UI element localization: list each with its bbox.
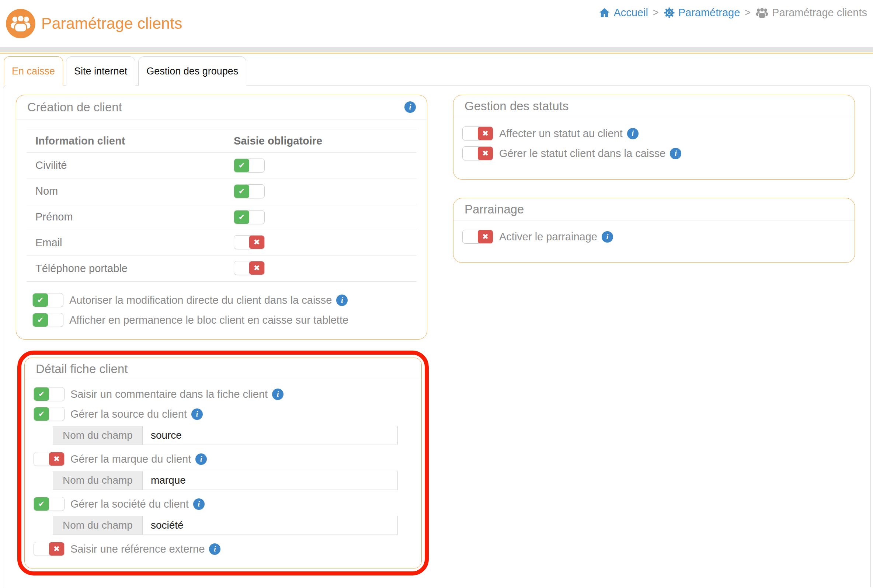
toggle-empty-half (48, 294, 63, 307)
tab-en-caisse[interactable]: En caisse (4, 56, 63, 86)
toggle-autoriser-la-modification-directe-du-client-dans-la-caisse[interactable]: ✔ (33, 293, 63, 307)
toggle-label: Gérer la marque du client (70, 453, 191, 465)
toggle-label: Saisir un commentaire dans la fiche clie… (70, 388, 268, 400)
row-label: Nom (27, 185, 228, 197)
breadcrumb-item-accueil[interactable]: Accueil (599, 7, 648, 19)
toggle-saisir-un-commentaire-dans-la-fiche-client[interactable]: ✔ (33, 387, 64, 401)
row-toggle-cell: ✔ (228, 159, 417, 172)
tab-content-wrapper: Création de client i Information client … (3, 85, 871, 587)
toggle-telephone-portable[interactable]: ✖ (234, 261, 265, 275)
toggle-row-saisir-un-commentaire-dans-la-fiche-client: ✔Saisir un commentaire dans la fiche cli… (33, 386, 412, 402)
toggle-row-saisir-une-reference-externe: ✖Saisir une référence externei (33, 541, 412, 557)
toggle-empty-half (49, 497, 64, 511)
field-name-group-source: Nom du champsource (53, 426, 398, 445)
info-icon[interactable]: i (272, 388, 284, 400)
x-icon: ✖ (249, 236, 264, 249)
toggle-prenom[interactable]: ✔ (234, 210, 265, 224)
panel-creation-title: Création de client (27, 100, 122, 114)
tab-site-internet[interactable]: Site internet (66, 56, 135, 86)
breadcrumb-label: Paramétrage clients (772, 7, 867, 19)
red-highlight-annotation: Détail fiche client ✔Saisir un commentai… (17, 351, 429, 576)
info-icon[interactable]: i (404, 101, 416, 113)
toggle-empty-half (234, 236, 249, 249)
gear-icon (664, 7, 675, 18)
info-icon[interactable]: i (193, 498, 205, 510)
toggle-row-gerer-la-source-du-client: ✔Gérer la source du clienti (33, 406, 412, 422)
info-icon[interactable]: i (209, 543, 220, 555)
toggle-gerer-la-source-du-client[interactable]: ✔ (33, 407, 64, 421)
toggle-civilite[interactable]: ✔ (234, 159, 265, 172)
toggle-email[interactable]: ✖ (234, 235, 265, 249)
check-icon: ✔ (34, 497, 49, 511)
home-icon (599, 7, 610, 18)
field-name-group-marque: Nom du champmarque (53, 471, 398, 490)
row-toggle-cell: ✖ (228, 261, 417, 276)
x-icon: ✖ (478, 230, 493, 243)
header-divider-strip (0, 47, 873, 52)
check-icon: ✔ (234, 159, 249, 172)
field-name-input-marque[interactable]: marque (142, 471, 398, 490)
toggle-saisir-une-reference-externe[interactable]: ✖ (33, 542, 64, 556)
toggle-empty-half (463, 147, 478, 160)
toggle-afficher-en-permanence-le-bloc-client-en-caisse-sur-tablette[interactable]: ✔ (33, 313, 63, 327)
field-name-input-source[interactable]: source (142, 426, 398, 445)
tab-gestion-des-groupes[interactable]: Gestion des groupes (138, 56, 246, 86)
info-icon[interactable]: i (336, 294, 348, 306)
info-icon[interactable]: i (195, 453, 207, 465)
info-icon[interactable]: i (670, 148, 681, 159)
toggle-empty-half (49, 407, 64, 421)
toggle-gerer-le-statut-client-dans-la-caisse[interactable]: ✖ (462, 146, 493, 160)
info-icon[interactable]: i (602, 231, 613, 243)
toggle-gerer-la-societe-du-client[interactable]: ✔ (33, 497, 64, 511)
panel-statuts-title: Gestion des statuts (465, 99, 568, 113)
breadcrumb-item-parametrage[interactable]: Paramétrage (664, 7, 740, 19)
toggle-affecter-un-statut-au-client[interactable]: ✖ (462, 126, 493, 141)
x-icon: ✖ (49, 542, 64, 555)
row-label: Téléphone portable (27, 262, 228, 274)
info-icon[interactable]: i (191, 408, 203, 420)
table-row-prenom: Prénom✔ (27, 204, 417, 230)
creation-options: ✔Autoriser la modification directe du cl… (27, 292, 417, 339)
x-icon: ✖ (478, 147, 493, 160)
toggle-empty-half (34, 452, 49, 466)
panel-detail-title: Détail fiche client (36, 362, 128, 376)
toggle-empty-half (249, 185, 264, 198)
breadcrumb-separator: > (745, 7, 751, 18)
toggle-label: Afficher en permanence le bloc client en… (69, 314, 348, 326)
check-icon: ✔ (234, 185, 249, 198)
app-logo (6, 9, 35, 38)
breadcrumb-label: Paramétrage (678, 7, 740, 19)
panel-creation-de-client: Création de client i Information client … (16, 95, 427, 339)
field-name-input-societe[interactable]: société (142, 516, 398, 535)
info-icon[interactable]: i (627, 128, 639, 140)
breadcrumb: Accueil>Paramétrage>Paramétrage clients (599, 7, 867, 19)
row-toggle-cell: ✔ (228, 210, 417, 224)
toggle-empty-half (49, 387, 64, 401)
panel-detail-body: ✔Saisir un commentaire dans la fiche cli… (25, 380, 422, 568)
orange-rule (0, 53, 873, 54)
users-icon (755, 7, 769, 19)
table-row-nom: Nom✔ (27, 178, 417, 204)
breadcrumb-label: Accueil (614, 7, 648, 19)
table-row-civilite: Civilité✔ (27, 153, 417, 178)
x-icon: ✖ (249, 261, 264, 274)
row-label: Email (27, 237, 228, 249)
table-row-email: Email✖ (27, 230, 417, 256)
toggle-nom[interactable]: ✔ (234, 184, 265, 198)
breadcrumb-item-parametrage-clients: Paramétrage clients (755, 7, 867, 19)
toggle-row-afficher-en-permanence-le-bloc-client-en-caisse-sur-tablette: ✔Afficher en permanence le bloc client e… (33, 312, 417, 328)
toggle-label: Gérer la source du client (70, 408, 187, 420)
right-column: Gestion des statuts ✖Affecter un statut … (453, 95, 855, 263)
toggle-activer-le-parrainage[interactable]: ✖ (462, 230, 493, 244)
input-addon-label: Nom du champ (53, 426, 142, 445)
toggle-empty-half (234, 261, 249, 274)
toggle-row-autoriser-la-modification-directe-du-client-dans-la-caisse: ✔Autoriser la modification directe du cl… (33, 292, 417, 308)
col-header-information-client: Information client (27, 135, 228, 147)
breadcrumb-separator: > (653, 7, 659, 18)
users-icon (10, 14, 32, 33)
toggle-gerer-la-marque-du-client[interactable]: ✖ (33, 452, 64, 466)
toggle-row-gerer-la-marque-du-client: ✖Gérer la marque du clienti (33, 451, 412, 467)
check-icon: ✔ (34, 407, 49, 421)
field-name-group-societe: Nom du champsociété (53, 516, 398, 535)
toggle-label: Gérer la société du client (70, 498, 189, 510)
